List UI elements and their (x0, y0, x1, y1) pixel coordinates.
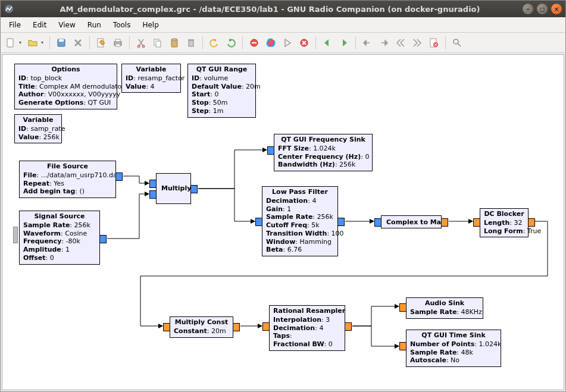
cut-button[interactable] (133, 35, 149, 51)
block-options[interactable]: Options ID: top_block Title: Complex AM … (14, 64, 117, 109)
delete-button[interactable] (183, 35, 199, 51)
execute-button[interactable] (280, 35, 295, 51)
open-button[interactable] (25, 35, 40, 51)
titlebar: AM_demodulator_complex.grc - /data/ECE35… (1, 1, 565, 17)
rotate-left-button[interactable] (359, 35, 375, 51)
new-button[interactable] (3, 35, 18, 51)
block-qt-frequency-sink[interactable]: QT GUI Frequency Sink FFT Size: 1.024k C… (274, 134, 373, 171)
svg-rect-7 (115, 44, 120, 46)
port-in[interactable] (267, 146, 274, 155)
undo-button[interactable] (207, 35, 222, 51)
menu-edit[interactable]: Edit (28, 19, 51, 31)
port-in[interactable] (473, 218, 480, 227)
block-title: Audio Sink (406, 298, 483, 308)
block-qt-time-sink[interactable]: QT GUI Time Sink Number of Points: 1.024… (406, 330, 501, 367)
copy-button[interactable] (150, 35, 165, 51)
svg-rect-14 (189, 40, 193, 46)
edit-button[interactable] (93, 35, 109, 51)
menubar: File Edit View Run Tools Help (1, 17, 565, 33)
block-title: Variable (122, 64, 180, 74)
forward-button[interactable] (336, 35, 352, 51)
block-qt-gui-range[interactable]: QT GUI Range ID: volume Default Value: 2… (187, 64, 256, 118)
block-multiply-const[interactable]: Multiply Const Constant: 20m (170, 316, 233, 338)
close-file-button[interactable] (70, 35, 86, 51)
block-title: QT GUI Frequency Sink (274, 134, 372, 144)
port-in[interactable] (255, 218, 262, 226)
block-variable-resamp[interactable]: Variable ID: resamp_factor Value: 4 (121, 64, 181, 93)
svg-rect-13 (173, 39, 176, 40)
port-in[interactable] (374, 218, 381, 227)
svg-rect-1 (7, 39, 13, 47)
block-audio-sink[interactable]: Audio Sink Sample Rate: 48KHz (406, 297, 483, 319)
port-out[interactable] (115, 173, 123, 181)
port-out[interactable] (233, 323, 240, 331)
window-title: AM_demodulator_complex.grc - /data/ECE35… (17, 5, 523, 14)
port-in[interactable] (262, 322, 270, 331)
minimize-button[interactable]: – (523, 4, 533, 14)
svg-rect-3 (59, 39, 64, 42)
menu-view[interactable]: View (54, 19, 80, 31)
step-back-button[interactable] (393, 35, 408, 51)
block-title: QT GUI Range (188, 64, 255, 74)
block-variable-samp-rate[interactable]: Variable ID: samp_rate Value: 256k (14, 114, 62, 143)
back-button[interactable] (320, 35, 335, 51)
svg-rect-15 (188, 39, 194, 40)
paste-button[interactable] (167, 35, 182, 51)
maximize-button[interactable]: ◻ (537, 4, 548, 14)
port-out[interactable] (190, 185, 198, 193)
block-low-pass-filter[interactable]: Low Pass Filter Decimation: 4 Gain: 1 Sa… (262, 186, 338, 256)
disable-button[interactable] (246, 35, 262, 51)
rotate-right-button[interactable] (376, 35, 392, 51)
dropdown-icon[interactable]: ▾ (18, 40, 23, 45)
svg-rect-11 (156, 41, 161, 47)
port-out[interactable] (441, 218, 448, 227)
block-dc-blocker[interactable]: DC Blocker Length: 32 Long Form: True (480, 208, 529, 237)
port-in[interactable] (399, 303, 406, 312)
block-rational-resampler[interactable]: Rational Resampler Interpolation: 3 Deci… (269, 305, 345, 351)
svg-rect-6 (115, 39, 120, 42)
menu-run[interactable]: Run (83, 19, 106, 31)
block-complex-to-mag[interactable]: Complex to Mag (381, 215, 442, 228)
block-multiply[interactable]: Multiply (156, 173, 191, 204)
redo-button[interactable] (223, 35, 239, 51)
block-title: File Source (20, 161, 115, 171)
port-in[interactable] (399, 342, 406, 350)
find-button[interactable] (449, 35, 465, 51)
kill-button[interactable] (296, 35, 312, 51)
step-forward-button[interactable] (409, 35, 425, 51)
block-title: Multiply Const (170, 317, 233, 327)
port-in-0[interactable] (149, 180, 157, 188)
separator (49, 36, 50, 49)
svg-rect-17 (252, 42, 257, 43)
port-out[interactable] (528, 218, 535, 227)
window-buttons: – ◻ × (523, 4, 562, 14)
port-in-1[interactable] (149, 190, 157, 199)
separator (89, 36, 90, 49)
block-title: Multiply (157, 174, 190, 195)
selection-handle[interactable] (13, 227, 18, 243)
port-out[interactable] (337, 218, 345, 226)
errors-button[interactable] (426, 35, 442, 51)
dropdown-icon[interactable]: ▾ (40, 40, 45, 45)
block-file-source[interactable]: File Source File: .../data/am_usrp710.da… (19, 161, 116, 198)
block-title: Complex to Mag (381, 216, 441, 229)
bypass-button[interactable] (263, 35, 279, 51)
port-out[interactable] (99, 235, 107, 243)
menu-help[interactable]: Help (137, 19, 163, 31)
flowgraph-canvas[interactable]: Options ID: top_block Title: Complex AM … (2, 54, 564, 390)
block-title: Low Pass Filter (262, 187, 337, 196)
menu-tools[interactable]: Tools (108, 19, 136, 31)
menu-file[interactable]: File (4, 19, 26, 31)
print-button[interactable] (110, 35, 126, 51)
app-window: AM_demodulator_complex.grc - /data/ECE35… (0, 0, 566, 392)
separator (242, 36, 243, 49)
block-signal-source[interactable]: Signal Source Sample Rate: 256k Waveform… (19, 211, 100, 265)
close-button[interactable]: × (551, 4, 562, 14)
svg-point-23 (454, 39, 458, 44)
save-button[interactable] (54, 35, 69, 51)
separator (129, 36, 130, 49)
port-out[interactable] (345, 322, 352, 331)
app-icon (4, 4, 14, 14)
toolbar: ▾ ▾ (1, 33, 565, 53)
port-in[interactable] (163, 323, 170, 331)
